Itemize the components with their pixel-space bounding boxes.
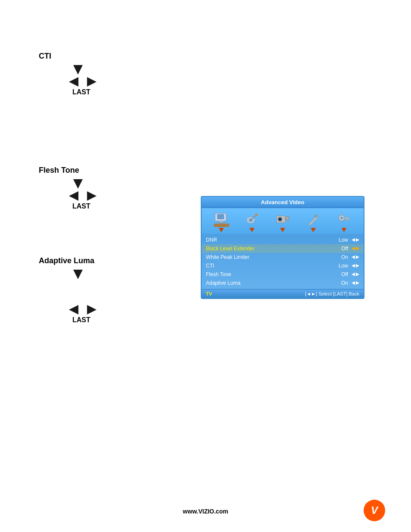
av-icon-arrow-monitor xyxy=(219,228,224,232)
camera-icon xyxy=(275,212,290,227)
svg-rect-17 xyxy=(348,219,349,221)
flesh-tone-arrow-left-icon-panel xyxy=(352,273,355,276)
wrench-icon xyxy=(305,212,321,227)
flesh-tone-arrow-right-icon[interactable] xyxy=(87,191,97,201)
svg-point-12 xyxy=(279,218,281,221)
av-value-dnr: Low xyxy=(331,237,348,243)
av-label-flesh-tone: Flesh Tone xyxy=(206,271,331,277)
footer-url: www.VIZIO.com xyxy=(183,508,228,515)
av-menu-row-adaptive-luma[interactable]: Adaptive Luma On xyxy=(202,279,364,287)
av-menu-row-cti[interactable]: CTI Low xyxy=(202,261,364,270)
adaptive-luma-title: Adaptive Luma xyxy=(39,256,97,265)
av-value-white-peak: On xyxy=(331,254,348,260)
av-arrows-flesh-tone xyxy=(352,273,359,276)
svg-rect-18 xyxy=(346,219,347,220)
av-panel-header: Advanced Video xyxy=(202,197,364,208)
av-icon-camera xyxy=(275,212,290,232)
cti-title: CTI xyxy=(39,52,97,61)
black-level-arrow-right-icon xyxy=(356,247,359,250)
av-label-cti: CTI xyxy=(206,263,331,269)
section-flesh-tone: Flesh Tone LAST xyxy=(39,166,97,210)
page-content: CTI LAST Flesh Tone LAST Adaptive Luma xyxy=(0,0,411,532)
vizio-logo: V xyxy=(364,500,385,521)
flesh-tone-arrow-left-icon[interactable] xyxy=(69,191,78,201)
flesh-tone-title: Flesh Tone xyxy=(39,166,97,175)
satellite-icon xyxy=(244,212,260,227)
av-label-dnr: DNR xyxy=(206,237,331,243)
av-value-flesh-tone: Off xyxy=(331,271,348,277)
av-footer-controls-label: [◄►] Select [LAST] Back xyxy=(305,291,359,296)
svg-point-15 xyxy=(340,217,343,219)
vizio-logo-letter: V xyxy=(371,504,378,516)
av-icon-monitor xyxy=(214,212,229,232)
dnr-arrow-right-icon xyxy=(356,238,359,242)
av-arrows-black-level xyxy=(352,247,359,250)
adaptive-luma-arrow-right-icon-panel xyxy=(356,281,359,285)
av-footer-tv-label: TV xyxy=(206,291,212,296)
cti-last-label[interactable]: LAST xyxy=(72,88,97,96)
av-value-black-level: Off xyxy=(331,246,348,252)
svg-point-13 xyxy=(314,215,317,218)
black-level-arrow-left-icon xyxy=(352,247,355,250)
svg-marker-10 xyxy=(285,216,289,221)
svg-rect-3 xyxy=(218,222,225,223)
av-arrows-dnr xyxy=(352,238,359,242)
cti-arrow-right-icon[interactable] xyxy=(87,77,97,87)
av-footer: TV [◄►] Select [LAST] Back xyxy=(202,289,364,298)
av-icon-wrench xyxy=(305,212,321,232)
av-icon-key xyxy=(336,212,352,232)
adaptive-luma-arrow-down-icon[interactable] xyxy=(73,270,83,279)
av-menu-row-flesh-tone[interactable]: Flesh Tone Off xyxy=(202,270,364,279)
white-peak-arrow-left-icon xyxy=(352,255,355,259)
av-value-adaptive-luma: On xyxy=(331,280,348,286)
av-value-cti: Low xyxy=(331,263,348,269)
av-arrows-cti xyxy=(352,264,359,268)
flesh-tone-arrow-down-icon[interactable] xyxy=(73,179,83,189)
av-menu-row-dnr[interactable]: DNR Low xyxy=(202,236,364,244)
page-footer: www.VIZIO.com xyxy=(0,508,411,515)
dnr-arrow-left-icon xyxy=(352,238,355,242)
svg-rect-2 xyxy=(220,221,223,222)
white-peak-arrow-right-icon xyxy=(356,255,359,259)
av-icon-arrow-camera xyxy=(280,228,285,232)
flesh-tone-last-label[interactable]: LAST xyxy=(72,202,97,210)
flesh-tone-arrow-right-icon-panel xyxy=(356,273,359,276)
av-icon-arrow-key xyxy=(341,228,346,232)
adaptive-luma-arrow-right-icon[interactable] xyxy=(87,305,97,314)
cti-arrow-right-icon-panel xyxy=(356,264,359,268)
av-icon-arrow-satellite xyxy=(249,228,255,232)
adaptive-luma-arrow-left-icon-panel xyxy=(352,281,355,285)
av-label-adaptive-luma: Adaptive Luma xyxy=(206,280,331,286)
av-icon-satellite xyxy=(244,212,260,232)
av-icons-row xyxy=(202,208,364,234)
av-menu-row-black-level[interactable]: Black Level Extender Off xyxy=(202,244,364,253)
svg-rect-1 xyxy=(217,214,224,219)
av-menu-row-white-peak[interactable]: White Peak Limiter On xyxy=(202,253,364,261)
advanced-video-panel: Advanced Video xyxy=(201,196,364,299)
av-label-black-level: Black Level Extender xyxy=(206,246,331,252)
adaptive-luma-last-label[interactable]: LAST xyxy=(72,316,97,324)
key-icon xyxy=(336,212,352,227)
section-cti: CTI LAST xyxy=(39,52,97,96)
monitor-icon xyxy=(214,212,229,227)
av-icon-arrow-wrench xyxy=(311,228,316,232)
av-arrows-adaptive-luma xyxy=(352,281,359,285)
svg-rect-4 xyxy=(214,224,229,227)
av-arrows-white-peak xyxy=(352,255,359,259)
cti-arrow-left-icon-panel xyxy=(352,264,355,268)
svg-point-8 xyxy=(255,214,258,216)
section-adaptive-luma: Adaptive Luma LAST xyxy=(39,256,97,324)
adaptive-luma-arrow-left-icon[interactable] xyxy=(69,305,78,314)
cti-arrow-left-icon[interactable] xyxy=(69,77,78,87)
av-menu-rows: DNR Low Black Level Extender Off White P… xyxy=(202,234,364,289)
cti-arrow-down-icon[interactable] xyxy=(73,65,83,75)
av-label-white-peak: White Peak Limiter xyxy=(206,254,331,260)
